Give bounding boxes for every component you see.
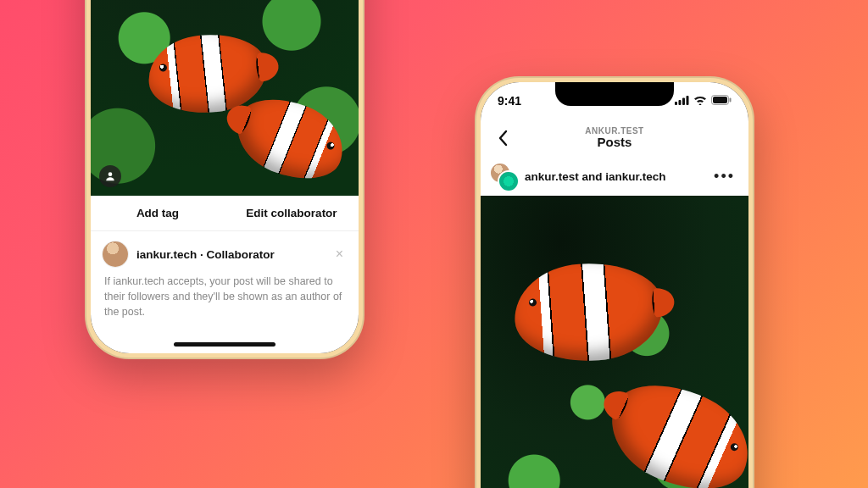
post-author-line[interactable]: ankur.test and iankur.tech: [525, 170, 666, 183]
avatar: [103, 241, 128, 267]
collaborator-hint: If iankur.tech accepts, your post will b…: [91, 272, 359, 319]
nav-title: Posts: [585, 136, 643, 150]
svg-rect-3: [682, 98, 685, 106]
svg-rect-7: [730, 98, 732, 103]
notch: [555, 82, 674, 106]
svg-point-0: [108, 172, 113, 176]
post-header: ankur.test and iankur.tech •••: [481, 157, 748, 196]
nav-bar: ANKUR.TEST Posts: [481, 119, 748, 158]
back-button[interactable]: [487, 119, 518, 157]
collaborator-panel: Add tag Edit collaborator iankur.tech · …: [91, 196, 359, 353]
post-image[interactable]: [481, 196, 748, 488]
collaborator-name: iankur.tech · Collaborator: [136, 248, 275, 261]
post-more-button[interactable]: •••: [710, 164, 738, 189]
tab-edit-collaborator[interactable]: Edit collaborator: [225, 196, 359, 230]
svg-rect-1: [675, 102, 677, 105]
tag-people-icon[interactable]: [99, 165, 121, 187]
home-indicator: [174, 342, 275, 347]
post-image-preview: iankur.tech: [91, 0, 359, 196]
remove-collaborator-button[interactable]: ×: [332, 244, 347, 264]
status-time: 9:41: [498, 94, 521, 108]
phone-mockup-left: iankur.tech Add tag Edit collaborator ia…: [85, 0, 364, 359]
svg-rect-6: [713, 97, 727, 103]
author-avatars[interactable]: [491, 164, 516, 189]
svg-rect-4: [687, 96, 689, 105]
collaborator-row: iankur.tech · Collaborator ×: [91, 231, 359, 272]
battery-icon: [711, 94, 732, 108]
promo-stage: iankur.tech Add tag Edit collaborator ia…: [0, 0, 868, 488]
tab-add-tag[interactable]: Add tag: [91, 196, 225, 230]
svg-rect-2: [679, 100, 682, 105]
phone-mockup-right: 9:41 ANKUR.TES: [475, 76, 754, 488]
cellular-icon: [675, 94, 689, 108]
wifi-icon: [693, 94, 707, 108]
